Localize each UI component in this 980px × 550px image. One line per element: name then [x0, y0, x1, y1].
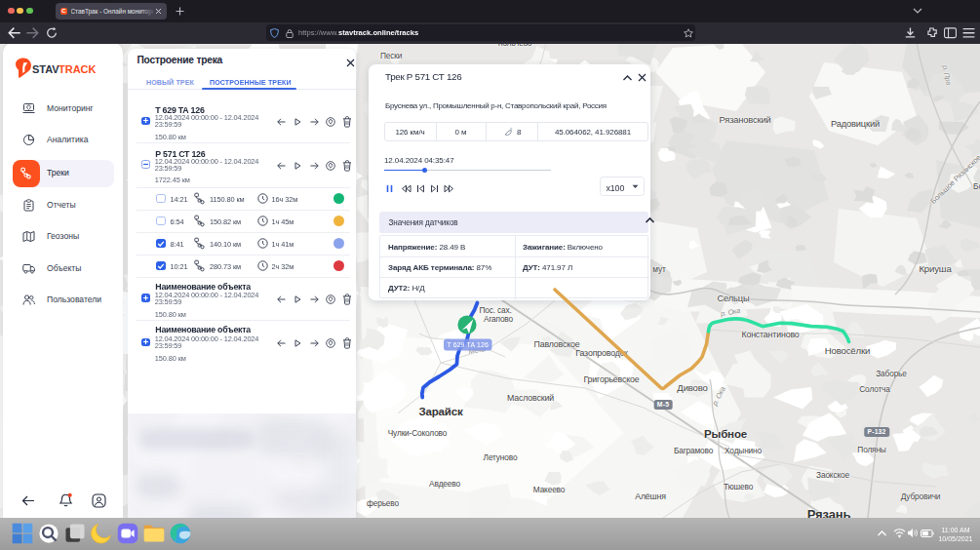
svg-text:STAV: STAV: [32, 63, 59, 75]
svg-text:TRACK: TRACK: [59, 63, 97, 75]
